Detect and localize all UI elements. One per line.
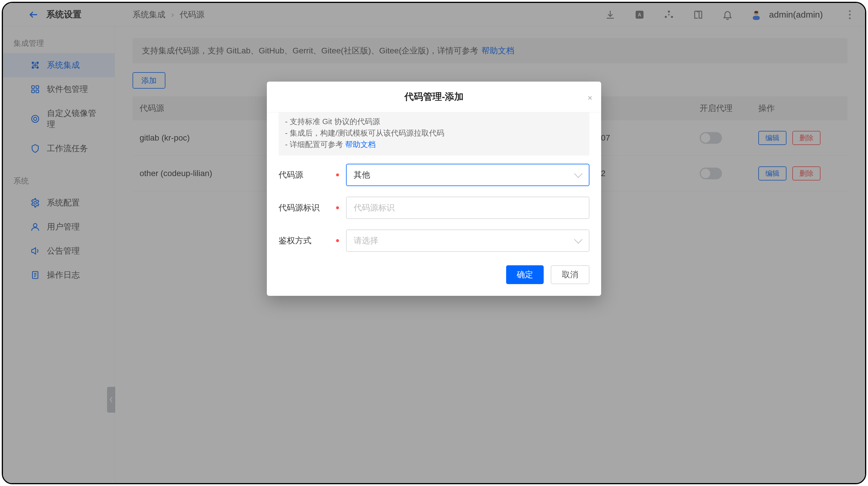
field-label-source: 代码源	[279, 169, 303, 180]
confirm-button[interactable]: 确定	[506, 265, 544, 284]
modal-title: 代码管理-添加	[279, 90, 589, 103]
source-select[interactable]: 其他	[346, 164, 589, 186]
modal-info-line: - 详细配置可参考 帮助文档	[285, 139, 583, 150]
required-indicator	[336, 173, 339, 176]
modal-help-link[interactable]: 帮助文档	[345, 140, 376, 149]
modal-header: 代码管理-添加 ×	[267, 82, 601, 112]
auth-placeholder: 请选择	[354, 235, 378, 246]
add-codesource-modal: 代码管理-添加 × - 支持标准 Git 协议的代码源 - 集成后，构建/测试模…	[267, 82, 601, 296]
field-label-auth: 鉴权方式	[279, 235, 311, 246]
modal-info: - 支持标准 Git 协议的代码源 - 集成后，构建/测试模板可从该代码源拉取代…	[279, 112, 589, 155]
ident-input[interactable]: 代码源标识	[346, 197, 589, 219]
ident-placeholder: 代码源标识	[354, 202, 395, 213]
close-icon[interactable]: ×	[588, 93, 592, 103]
auth-select[interactable]: 请选择	[346, 229, 589, 252]
field-label-ident: 代码源标识	[279, 202, 320, 213]
modal-mask[interactable]: 代码管理-添加 × - 支持标准 Git 协议的代码源 - 集成后，构建/测试模…	[3, 3, 865, 483]
cancel-button[interactable]: 取消	[551, 265, 589, 284]
required-indicator	[336, 239, 339, 242]
modal-footer: 确定 取消	[267, 262, 601, 296]
source-select-value: 其他	[354, 169, 370, 180]
modal-info-line: - 支持标准 Git 协议的代码源	[285, 116, 583, 127]
modal-form: 代码源 其他 代码源标识 代码源标识	[267, 164, 601, 252]
modal-info-line: - 集成后，构建/测试模板可从该代码源拉取代码	[285, 127, 583, 139]
required-indicator	[336, 206, 339, 209]
